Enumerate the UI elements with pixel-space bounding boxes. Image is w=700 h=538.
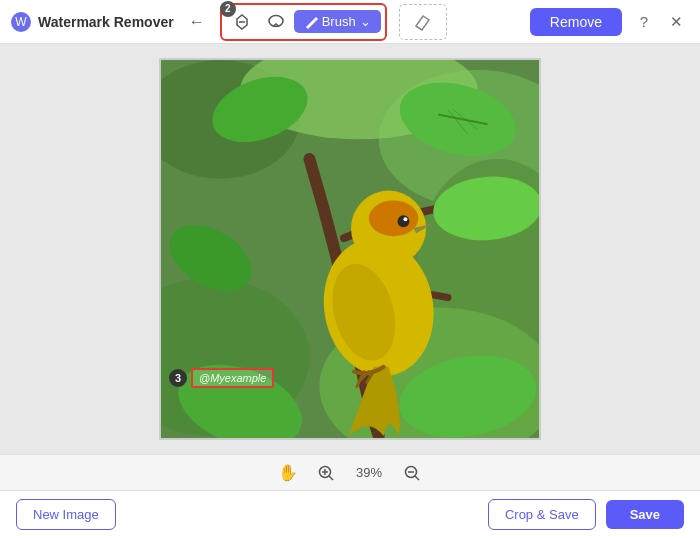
action-bar: New Image Crop & Save Save bbox=[0, 490, 700, 538]
svg-point-13 bbox=[397, 215, 409, 227]
image-container: 3 @Myexample bbox=[159, 58, 541, 440]
crop-save-button[interactable]: Crop & Save bbox=[488, 499, 596, 530]
watermark-label-area: 3 @Myexample bbox=[169, 368, 274, 388]
zoom-in-button[interactable] bbox=[313, 460, 339, 486]
window-controls: ? ✕ bbox=[630, 8, 690, 36]
bubble-tool-button[interactable] bbox=[260, 7, 292, 37]
svg-line-23 bbox=[329, 476, 333, 480]
title-bar: W Watermark Remover ← 2 Brush ⌄ bbox=[0, 0, 700, 44]
tool-group: 2 Brush ⌄ bbox=[220, 3, 387, 41]
zoom-out-button[interactable] bbox=[399, 460, 425, 486]
eraser-button[interactable] bbox=[408, 7, 438, 37]
lasso-icon bbox=[233, 13, 251, 31]
brush-label: Brush bbox=[322, 14, 356, 29]
svg-line-27 bbox=[415, 476, 419, 480]
eraser-area bbox=[399, 4, 447, 40]
bottom-toolbar: ✋ 39% bbox=[0, 454, 700, 490]
bird-image: 3 @Myexample bbox=[159, 58, 541, 440]
new-image-button[interactable]: New Image bbox=[16, 499, 116, 530]
bubble-icon bbox=[267, 13, 285, 31]
zoom-level: 39% bbox=[351, 465, 387, 480]
eraser-icon bbox=[413, 12, 433, 32]
brush-icon bbox=[304, 15, 318, 29]
svg-text:W: W bbox=[15, 15, 27, 29]
main-area: 3 @Myexample bbox=[0, 44, 700, 454]
logo-icon: W bbox=[10, 11, 32, 33]
badge-2: 2 bbox=[220, 1, 236, 17]
svg-point-12 bbox=[369, 201, 418, 237]
save-button[interactable]: Save bbox=[606, 500, 684, 529]
zoom-out-icon bbox=[404, 465, 420, 481]
app-logo: W Watermark Remover bbox=[10, 11, 174, 33]
brush-dropdown-icon: ⌄ bbox=[360, 14, 371, 29]
brush-tool-button[interactable]: Brush ⌄ bbox=[294, 10, 381, 33]
badge-3: 3 bbox=[169, 369, 187, 387]
close-button[interactable]: ✕ bbox=[662, 8, 690, 36]
remove-button[interactable]: Remove bbox=[530, 8, 622, 36]
hand-icon: ✋ bbox=[278, 463, 298, 482]
svg-point-14 bbox=[403, 217, 407, 221]
zoom-in-icon bbox=[318, 465, 334, 481]
lasso-tool-button[interactable]: 2 bbox=[226, 7, 258, 37]
help-button[interactable]: ? bbox=[630, 8, 658, 36]
back-button[interactable]: ← bbox=[182, 7, 212, 37]
watermark-box: @Myexample bbox=[191, 368, 274, 388]
app-title: Watermark Remover bbox=[38, 14, 174, 30]
hand-tool-button[interactable]: ✋ bbox=[275, 460, 301, 486]
